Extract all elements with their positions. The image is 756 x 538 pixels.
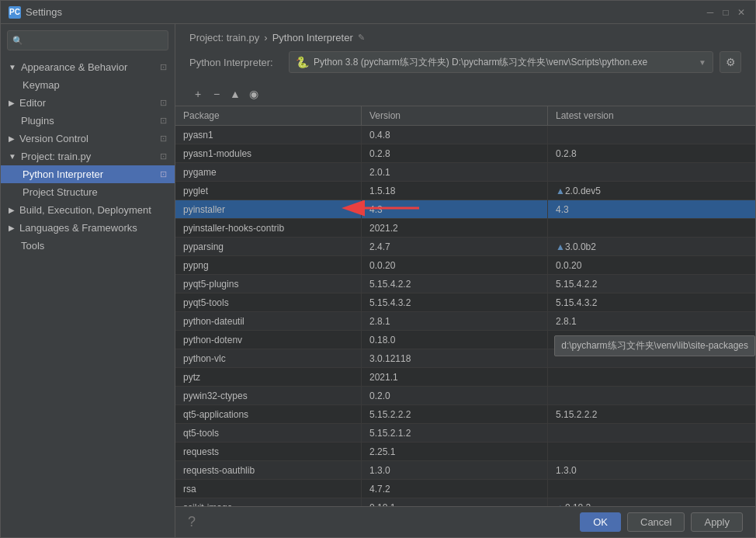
- sidebar-item-project[interactable]: ▼ Project: train.py ⊡: [1, 148, 175, 165]
- package-name: pytz: [175, 368, 362, 386]
- help-button[interactable]: ?: [188, 514, 196, 530]
- dropdown-arrow-icon: ▼: [699, 58, 706, 67]
- table-row[interactable]: python-vlc 3.0.12118: [175, 349, 755, 368]
- package-name: pyqt5-plugins: [175, 275, 362, 293]
- table-row[interactable]: qt5-applications 5.15.2.2.2 5.15.2.2.2: [175, 405, 755, 424]
- package-name: pyqt5-tools: [175, 293, 362, 311]
- right-panel: Project: train.py › Python Interpreter ✎…: [175, 24, 755, 537]
- table-row[interactable]: pyasn1-modules 0.2.8 0.2.8: [175, 144, 755, 163]
- package-version: 1.5.18: [362, 182, 548, 200]
- table-row[interactable]: pyqt5-tools 5.15.4.3.2 5.15.4.3.2: [175, 293, 755, 312]
- package-name: pywin32-ctypes: [175, 387, 362, 404]
- package-latest: 5.15.2.2.2: [548, 405, 755, 423]
- sidebar-section: ▼ Appearance & Behavior ⊡ Keymap ▶ Edito…: [1, 57, 175, 256]
- expand-icon: ⊡: [160, 62, 167, 72]
- table-row[interactable]: qt5-tools 5.15.2.1.2: [175, 424, 755, 443]
- table-header: Package Version Latest version: [175, 106, 755, 126]
- package-latest: 5.15.4.2.2: [548, 275, 755, 293]
- table-row[interactable]: python-dotenv 0.18.0: [175, 331, 755, 349]
- packages-wrapper: Package Version Latest version pyasn1 0.…: [175, 106, 755, 506]
- table-row[interactable]: pypng 0.0.20 0.0.20: [175, 256, 755, 275]
- package-latest: 4.3: [548, 200, 755, 218]
- upgrade-package-button[interactable]: ▲: [227, 85, 244, 102]
- table-row[interactable]: pyparsing 2.4.7 ▲ 3.0.0b2: [175, 238, 755, 256]
- search-input[interactable]: [26, 35, 163, 46]
- sidebar-item-build[interactable]: ▶ Build, Execution, Deployment: [1, 201, 175, 219]
- remove-package-button[interactable]: −: [208, 85, 225, 102]
- package-version: 1.3.0: [362, 461, 548, 479]
- table-row[interactable]: pygame 2.0.1: [175, 163, 755, 182]
- table-row[interactable]: pyglet 1.5.18 ▲ 2.0.dev5: [175, 182, 755, 200]
- package-name: pyasn1: [175, 126, 362, 144]
- minimize-button[interactable]: ─: [704, 6, 716, 19]
- chevron-down-icon: ▼: [9, 63, 16, 71]
- app-icon: PC: [9, 6, 21, 19]
- ok-button[interactable]: OK: [580, 512, 621, 532]
- package-latest: [548, 331, 755, 349]
- interpreter-row: Python Interpreter: 🐍 Python 3.8 (pychar…: [189, 51, 741, 73]
- table-row[interactable]: scikit-image 0.18.1 ▲ 0.18.2: [175, 498, 755, 506]
- expand-icon: ⊡: [160, 134, 167, 144]
- package-version: 2.4.7: [362, 238, 548, 255]
- package-version: 0.2.0: [362, 387, 548, 404]
- package-version: 3.0.12118: [362, 349, 548, 367]
- footer: ? OK Cancel Apply: [175, 506, 755, 537]
- sidebar-item-languages[interactable]: ▶ Languages & Frameworks: [1, 219, 175, 237]
- packages-table[interactable]: Package Version Latest version pyasn1 0.…: [175, 106, 755, 506]
- package-latest: [548, 126, 755, 144]
- package-latest: [548, 443, 755, 460]
- package-latest: [548, 424, 755, 442]
- sidebar-item-project-structure[interactable]: Project Structure: [1, 183, 175, 201]
- add-package-button[interactable]: +: [189, 85, 206, 102]
- settings-package-button[interactable]: ◉: [245, 85, 262, 102]
- cancel-button[interactable]: Cancel: [627, 512, 685, 532]
- sidebar-item-tools[interactable]: Tools: [1, 237, 175, 255]
- table-row[interactable]: pytz 2021.1: [175, 368, 755, 387]
- table-row[interactable]: python-dateutil 2.8.1 2.8.1: [175, 312, 755, 331]
- chevron-right-icon: ▶: [9, 134, 15, 143]
- table-row[interactable]: pywin32-ctypes 0.2.0: [175, 387, 755, 405]
- table-row[interactable]: rsa 4.7.2: [175, 480, 755, 498]
- table-row[interactable]: requests 2.25.1: [175, 443, 755, 461]
- gear-icon: ⚙: [726, 56, 736, 68]
- maximize-button[interactable]: □: [720, 6, 732, 19]
- sidebar-item-python-interpreter[interactable]: Python Interpreter ⊡: [1, 165, 175, 183]
- table-row[interactable]: pyinstaller-hooks-contrib 2021.2: [175, 219, 755, 238]
- package-name: scikit-image: [175, 498, 362, 506]
- sidebar-item-appearance[interactable]: ▼ Appearance & Behavior ⊡: [1, 58, 175, 76]
- apply-button[interactable]: Apply: [691, 512, 743, 532]
- package-version: 0.2.8: [362, 144, 548, 162]
- package-name: pyparsing: [175, 238, 362, 255]
- table-row[interactable]: pyasn1 0.4.8: [175, 126, 755, 144]
- package-latest: [548, 387, 755, 404]
- col-package: Package: [175, 106, 362, 125]
- sidebar-item-version-control[interactable]: ▶ Version Control ⊡: [1, 130, 175, 148]
- package-latest: 1.3.0: [548, 461, 755, 479]
- sidebar-item-keymap[interactable]: Keymap: [1, 76, 175, 94]
- table-row[interactable]: pyinstaller 4.3 4.3: [175, 200, 755, 219]
- interpreter-label: Python Interpreter:: [189, 57, 283, 68]
- expand-icon: ⊡: [160, 98, 167, 108]
- package-latest: 5.15.4.3.2: [548, 293, 755, 311]
- package-version: 2021.2: [362, 219, 548, 237]
- window-title: Settings: [26, 6, 704, 18]
- main-content: 🔍 ▼ Appearance & Behavior ⊡ Keymap ▶ Edi…: [1, 24, 755, 537]
- close-button[interactable]: ✕: [735, 6, 747, 19]
- breadcrumb-current: Python Interpreter: [272, 32, 353, 43]
- package-name: requests: [175, 443, 362, 460]
- sidebar-item-editor[interactable]: ▶ Editor ⊡: [1, 94, 175, 112]
- footer-buttons: OK Cancel Apply: [580, 512, 743, 532]
- package-version: 0.18.1: [362, 498, 548, 506]
- package-name: pygame: [175, 163, 362, 181]
- package-name: pyinstaller-hooks-contrib: [175, 219, 362, 237]
- gear-button[interactable]: ⚙: [720, 51, 741, 73]
- sidebar-search[interactable]: 🔍: [7, 30, 168, 50]
- package-name: rsa: [175, 480, 362, 498]
- package-name: qt5-tools: [175, 424, 362, 442]
- table-row[interactable]: pyqt5-plugins 5.15.4.2.2 5.15.4.2.2: [175, 275, 755, 293]
- interpreter-select[interactable]: 🐍 Python 3.8 (pycharm练习文件夹) D:\pycharm练习…: [289, 51, 713, 73]
- settings-window: PC Settings ─ □ ✕ 🔍 ▼ Appearance & Behav…: [0, 0, 756, 538]
- sidebar-item-plugins[interactable]: Plugins ⊡: [1, 112, 175, 130]
- edit-icon[interactable]: ✎: [358, 33, 365, 43]
- table-row[interactable]: requests-oauthlib 1.3.0 1.3.0: [175, 461, 755, 480]
